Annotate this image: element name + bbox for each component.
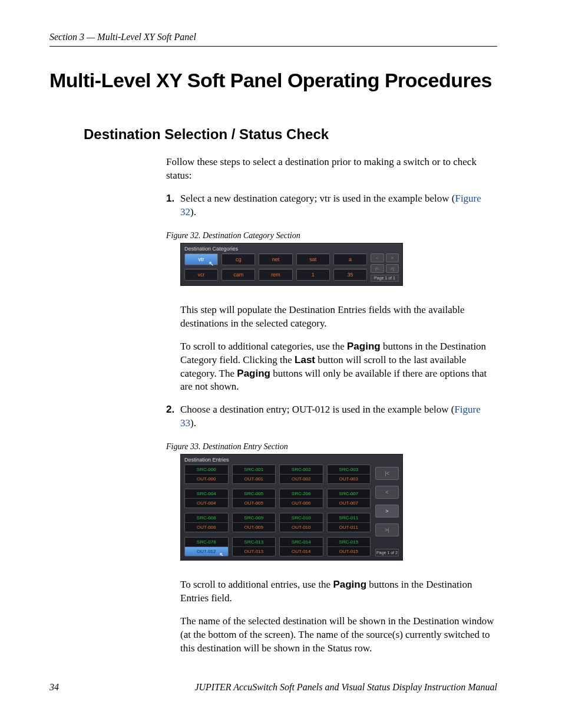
entry-out: OUT-014 (280, 547, 323, 556)
step-text: Choose a destination entry; OUT-012 is u… (180, 403, 497, 430)
pager-status: Page 1 of 2 (375, 549, 399, 556)
section-header: Section 3 — Multi-Level XY Soft Panel (49, 32, 497, 42)
entry-cell[interactable]: SRC-004OUT-004 (184, 489, 229, 508)
step-text: Select a new destination category; vtr i… (180, 192, 497, 219)
panel-title: Destination Entries (184, 457, 399, 463)
entry-cell[interactable]: SRC-005OUT-005 (232, 489, 276, 508)
entry-src: SRC-078 (185, 538, 228, 547)
entry-out: OUT-009 (233, 523, 276, 532)
entry-out: OUT-005 (233, 499, 276, 508)
footer-title: JUPITER AccuSwitch Soft Panels and Visua… (194, 682, 497, 693)
entry-cell[interactable]: SRC-011OUT-011 (327, 513, 371, 532)
entry-out: OUT-006 (280, 499, 323, 508)
page-number: 34 (49, 682, 59, 693)
entry-src: SRC-011 (328, 513, 371, 523)
category-rem[interactable]: rem (259, 269, 292, 281)
pager-first[interactable]: |< (375, 467, 399, 480)
pager-prev[interactable]: < (375, 486, 399, 499)
category-cam[interactable]: cam (222, 269, 255, 281)
category-1[interactable]: 1 (296, 269, 330, 281)
cursor-icon: ↖ (219, 551, 224, 556)
entry-src: SRC-014 (280, 538, 323, 547)
entry-src: SRC-010 (280, 513, 323, 523)
pager-first[interactable]: |< (371, 264, 384, 273)
body-para: This step will populate the Destination … (180, 304, 497, 331)
step-number: 1. (166, 192, 180, 219)
page-footer: 34 JUPITER AccuSwitch Soft Panels and Vi… (49, 682, 497, 693)
entry-out: OUT-002 (280, 475, 323, 483)
category-cg[interactable]: cg (222, 253, 255, 265)
cursor-icon: ↖ (209, 260, 214, 268)
pager-next[interactable]: > (375, 505, 399, 518)
entry-out: OUT-013 (233, 547, 276, 556)
entry-src: SRC-015 (328, 538, 371, 547)
entry-cell[interactable]: SRC-007OUT-007 (327, 489, 371, 508)
entry-src: SRC-008 (185, 513, 228, 523)
entry-cell[interactable]: SRC-009OUT-009 (232, 513, 276, 532)
intro-text: Follow these steps to select a destinati… (166, 156, 497, 183)
pager-last[interactable]: >| (375, 523, 399, 536)
entry-cell[interactable]: SRC-003OUT-003 (327, 465, 371, 484)
entry-src: SRC-001 (233, 465, 276, 475)
category-net[interactable]: net (259, 253, 292, 265)
figure-32: Destination Categories vtr↖ cg net sat a… (180, 243, 403, 286)
pager-status: Page 1 of 1 (371, 275, 399, 282)
subsection-title: Destination Selection / Status Check (84, 126, 497, 143)
entry-cell[interactable]: SRC-001OUT-001 (232, 465, 276, 484)
step-1: 1. Select a new destination category; vt… (166, 192, 497, 219)
category-vcr[interactable]: vcr (184, 269, 218, 281)
figure-33-caption: Figure 33. Destination Entry Section (166, 442, 497, 452)
entry-cell[interactable]: SRC-206OUT-006 (279, 489, 323, 508)
category-vtr[interactable]: vtr↖ (184, 253, 218, 265)
entry-out: OUT-011 (328, 523, 371, 532)
category-sat[interactable]: sat (296, 253, 330, 265)
page-title: Multi-Level XY Soft Panel Operating Proc… (49, 69, 497, 92)
entry-src: SRC-002 (280, 465, 323, 475)
pager-prev[interactable]: < (371, 253, 384, 262)
entry-out: OUT-003 (328, 475, 371, 483)
entry-src: SRC-013 (233, 538, 276, 547)
entry-cell[interactable]: SRC-014OUT-014 (279, 537, 323, 556)
step-number: 2. (166, 403, 180, 430)
body-para: The name of the selected destination wil… (180, 615, 497, 655)
entry-cell[interactable]: SRC-013OUT-013 (232, 537, 276, 556)
pager-last[interactable]: >| (386, 264, 399, 273)
entry-out: OUT-000 (185, 475, 228, 483)
figure-33: Destination Entries SRC-000OUT-000SRC-00… (180, 454, 403, 561)
category-a[interactable]: a (333, 253, 367, 265)
entry-src: SRC-005 (233, 489, 276, 499)
pager-next[interactable]: > (386, 253, 399, 262)
entry-out: OUT-010 (280, 523, 323, 532)
entry-src: SRC-007 (328, 489, 371, 499)
panel-title: Destination Categories (184, 246, 399, 252)
entry-out: OUT-001 (233, 475, 276, 483)
entry-src: SRC-000 (185, 465, 228, 475)
entry-out: OUT-015 (328, 547, 371, 556)
body-para: To scroll to additional categories, use … (180, 340, 497, 394)
entry-out: OUT-004 (185, 499, 228, 508)
entry-cell[interactable]: SRC-008OUT-008 (184, 513, 229, 532)
entry-cell[interactable]: SRC-015OUT-015 (327, 537, 371, 556)
entry-src: SRC-004 (185, 489, 228, 499)
entry-out: OUT-007 (328, 499, 371, 508)
entry-cell[interactable]: SRC-010OUT-010 (279, 513, 323, 532)
entry-out: OUT-008 (185, 523, 228, 532)
entry-cell[interactable]: SRC-078OUT-012↖ (184, 537, 229, 556)
entry-out: OUT-012↖ (185, 547, 228, 556)
divider (49, 46, 497, 47)
step-2: 2. Choose a destination entry; OUT-012 i… (166, 403, 497, 430)
entry-src: SRC-003 (328, 465, 371, 475)
entry-src: SRC-206 (280, 489, 323, 499)
category-35[interactable]: 35 (333, 269, 367, 281)
entry-cell[interactable]: SRC-002OUT-002 (279, 465, 323, 484)
body-para: To scroll to additional entries, use the… (180, 578, 497, 605)
entry-src: SRC-009 (233, 513, 276, 523)
figure-32-caption: Figure 32. Destination Category Section (166, 231, 497, 241)
entry-cell[interactable]: SRC-000OUT-000 (184, 465, 229, 484)
